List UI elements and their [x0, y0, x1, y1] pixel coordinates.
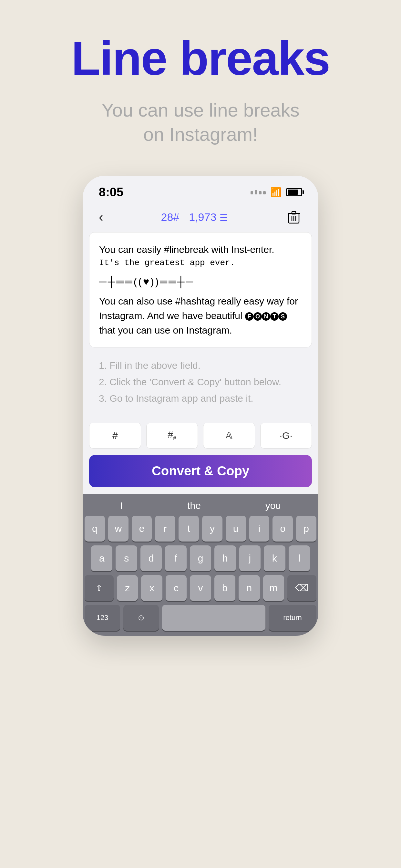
nav-bar: ‹ 28# 1,973 ☰: [83, 203, 318, 232]
key-g[interactable]: g: [190, 546, 211, 571]
key-return[interactable]: return: [269, 605, 316, 631]
main-title: Line breaks: [71, 32, 330, 85]
wifi-icon: 📶: [270, 187, 281, 197]
text-area[interactable]: You can easily #linebreak with Inst-ente…: [89, 232, 312, 347]
trash-icon: [287, 210, 300, 224]
keyboard-row-4: 123 ☺ return: [85, 605, 316, 634]
hashtag-count: 28#: [161, 211, 180, 223]
status-time: 8:05: [99, 185, 123, 199]
keyboard: I the you q w e r t y u i o p: [83, 494, 318, 636]
key-l[interactable]: l: [289, 546, 310, 571]
key-s[interactable]: s: [116, 546, 137, 571]
key-delete[interactable]: ⌫: [287, 575, 316, 601]
convert-copy-button[interactable]: Convert & Copy: [89, 455, 312, 487]
fonts-badge: FONTS: [245, 312, 287, 321]
toolbar-dots-btn[interactable]: ·G·: [260, 423, 312, 448]
toolbar-hashtag-sub-btn[interactable]: ##: [146, 423, 198, 448]
header-section: Line breaks You can use line breakson In…: [71, 0, 330, 166]
key-o[interactable]: o: [273, 516, 293, 541]
toolbar-font-btn[interactable]: 𝔸: [203, 423, 255, 448]
status-bar: 8:05 📶: [83, 176, 318, 203]
back-button[interactable]: ‹: [99, 210, 103, 224]
suggestion-1[interactable]: I: [120, 500, 123, 511]
text-content: You can easily #linebreak with Inst-ente…: [99, 242, 302, 337]
key-b[interactable]: b: [214, 575, 235, 601]
toolbar-hashtag-btn[interactable]: #: [89, 423, 141, 448]
instruction-2: 2. Click the 'Convert & Copy' button bel…: [99, 374, 302, 390]
char-count: 1,973 ☰: [189, 211, 227, 223]
key-h[interactable]: h: [214, 546, 236, 571]
instructions: 1. Fill in the above field. 2. Click the…: [83, 347, 318, 416]
nav-stats: 28# 1,973 ☰: [161, 211, 227, 223]
delete-button[interactable]: [285, 209, 302, 226]
keyboard-row-2: a s d f g h j k l: [85, 546, 316, 571]
signal-icon: [251, 190, 266, 194]
key-z[interactable]: z: [117, 575, 138, 601]
keyboard-suggestions: I the you: [85, 498, 316, 516]
convert-copy-label: Convert & Copy: [152, 464, 249, 478]
key-i[interactable]: i: [249, 516, 270, 541]
text-line-4: You can also use #hashtag really easy wa…: [99, 294, 302, 337]
key-emoji[interactable]: ☺: [123, 605, 159, 631]
subtitle: You can use line breakson Instagram!: [71, 98, 330, 147]
key-numbers[interactable]: 123: [85, 605, 120, 631]
key-q[interactable]: q: [85, 516, 105, 541]
text-line-2: It's the greatest app ever.: [99, 257, 302, 269]
suggestion-2[interactable]: the: [187, 500, 201, 511]
key-e[interactable]: e: [132, 516, 152, 541]
instruction-3: 3. Go to Instagram app and paste it.: [99, 390, 302, 407]
key-d[interactable]: d: [141, 546, 162, 571]
text-line-1: You can easily #linebreak with Inst-ente…: [99, 242, 302, 257]
keyboard-row-1: q w e r t y u i o p: [85, 516, 316, 541]
key-a[interactable]: a: [91, 546, 112, 571]
key-x[interactable]: x: [141, 575, 162, 601]
key-p[interactable]: p: [296, 516, 316, 541]
battery-icon: [286, 188, 302, 196]
toolbar: # ## 𝔸 ·G·: [83, 416, 318, 455]
key-space[interactable]: [162, 605, 266, 631]
key-t[interactable]: t: [179, 516, 199, 541]
key-w[interactable]: w: [108, 516, 128, 541]
key-c[interactable]: c: [166, 575, 187, 601]
keyboard-row-3: ⇧ z x c v b n m ⌫: [85, 575, 316, 601]
status-icons: 📶: [251, 187, 302, 197]
keyboard-rows: q w e r t y u i o p a s d f g: [85, 516, 316, 634]
suggestion-3[interactable]: you: [266, 500, 281, 511]
key-m[interactable]: m: [263, 575, 284, 601]
key-r[interactable]: r: [155, 516, 175, 541]
text-line-3: ─┼══((♥))══┼─: [99, 274, 302, 289]
key-u[interactable]: u: [226, 516, 246, 541]
key-n[interactable]: n: [239, 575, 259, 601]
page-background: Line breaks You can use line breakson In…: [0, 0, 401, 868]
key-y[interactable]: y: [202, 516, 222, 541]
key-f[interactable]: f: [165, 546, 186, 571]
key-k[interactable]: k: [264, 546, 285, 571]
key-j[interactable]: j: [239, 546, 260, 571]
phone-mockup: 8:05 📶 ‹ 28# 1,973 ☰: [83, 176, 318, 636]
key-shift[interactable]: ⇧: [85, 575, 114, 601]
key-v[interactable]: v: [190, 575, 211, 601]
instruction-1: 1. Fill in the above field.: [99, 357, 302, 374]
